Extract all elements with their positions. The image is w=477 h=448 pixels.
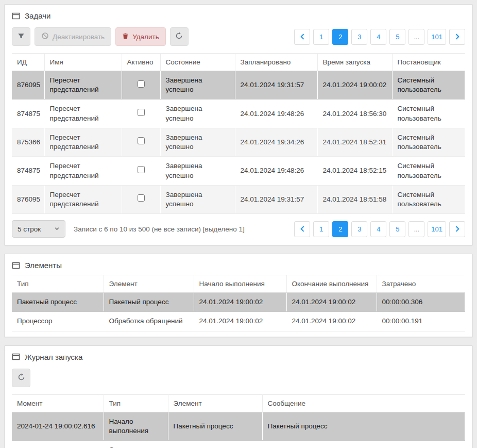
tasks-toolbar: Деактивировать Удалить 1 2 3 4 5 .	[5, 25, 472, 53]
cell-start: 24.01.2024 18:52:15	[317, 157, 392, 185]
cell-id: 876095	[12, 71, 44, 99]
cell-element: Пакетный процесс	[168, 412, 262, 440]
chevron-down-icon	[54, 225, 60, 233]
cell-moment: 2024-01-24 19:00:02.616	[12, 412, 104, 440]
prev-page-button[interactable]	[294, 221, 310, 237]
cell-exec-end: 24.01.2024 19:00:02	[286, 312, 377, 331]
column-header-name: Имя	[44, 54, 122, 71]
page-size-value: 5 строк	[18, 225, 41, 233]
cell-start: 24.01.2024 18:51:58	[317, 185, 392, 213]
table-row[interactable]: 2024-01-24 19:00:02.922 Окончание выполн…	[12, 441, 465, 448]
table-row[interactable]: 876095 Пересчет представлений Завершена …	[12, 185, 465, 213]
active-checkbox[interactable]	[138, 109, 145, 116]
cell-elapsed: 00:00:00.191	[377, 312, 465, 331]
tasks-panel-header: Задачи	[5, 5, 472, 25]
cell-scheduled: 24.01.2024 19:31:57	[235, 71, 317, 99]
cell-element: Пакетный процесс	[168, 441, 262, 448]
active-checkbox[interactable]	[138, 137, 145, 144]
cell-scheduled: 24.01.2024 19:31:57	[235, 185, 317, 213]
active-checkbox[interactable]	[138, 80, 145, 88]
panel-title: Задачи	[25, 11, 50, 20]
table-row[interactable]: Пакетный процесс Пакетный процесс 24.01.…	[12, 293, 465, 312]
page-button-101[interactable]: 101	[428, 29, 446, 45]
delete-button[interactable]: Удалить	[115, 27, 166, 46]
column-header-start: Время запуска	[317, 54, 392, 71]
page-button-101[interactable]: 101	[428, 221, 446, 237]
cell-scheduled: 24.01.2024 19:34:26	[235, 128, 317, 156]
page-button-3[interactable]: 3	[351, 29, 367, 45]
log-header-row: Момент Тип Элемент Сообщение	[12, 394, 465, 412]
tasks-footer: 5 строк Записи с 6 по 10 из 500 (не все …	[5, 214, 472, 240]
cell-element: Пакетный процесс	[104, 293, 194, 312]
page-button-5[interactable]: 5	[389, 221, 405, 237]
page-button-4[interactable]: 4	[370, 29, 386, 45]
table-row[interactable]: Процессор Обработка обращений 24.01.2024…	[12, 312, 465, 331]
page-button-1[interactable]: 1	[313, 221, 329, 237]
column-header-type: Тип	[12, 275, 104, 293]
cell-id: 876095	[12, 185, 44, 213]
page-button-1[interactable]: 1	[313, 29, 329, 45]
window-icon	[12, 12, 20, 20]
cell-element: Обработка обращений	[104, 312, 194, 331]
column-header-element: Элемент	[104, 275, 194, 293]
cell-owner: Системный пользователь	[392, 157, 465, 185]
ban-icon	[41, 32, 49, 41]
deactivate-label: Деактивировать	[53, 33, 105, 41]
next-page-button[interactable]	[449, 221, 465, 237]
cell-type: Начало выполнения	[104, 412, 168, 440]
cell-start: 24.01.2024 19:00:02	[317, 71, 392, 99]
active-checkbox[interactable]	[138, 194, 145, 202]
table-row[interactable]: 874875 Пересчет представлений Завершена …	[12, 157, 465, 185]
panel-title: Журнал запуска	[25, 353, 82, 361]
tasks-panel: Задачи Деактивировать Удалить	[4, 4, 473, 245]
cell-id: 874875	[12, 99, 44, 128]
filter-button[interactable]	[12, 27, 30, 46]
window-icon	[12, 353, 20, 361]
log-panel-header: Журнал запуска	[5, 346, 472, 367]
refresh-button[interactable]	[170, 27, 189, 46]
cell-type: Процессор	[12, 312, 104, 331]
cell-id: 875366	[12, 128, 44, 156]
log-toolbar	[5, 367, 472, 394]
column-header-message: Сообщение	[262, 394, 465, 412]
column-header-active: Активно	[122, 54, 160, 71]
cell-owner: Системный пользователь	[392, 128, 465, 156]
pagination-bottom: 1 2 3 4 5 ... 101	[294, 221, 465, 237]
cell-start: 24.01.2024 18:56:30	[317, 99, 392, 128]
table-row[interactable]: 876095 Пересчет представлений Завершена …	[12, 71, 465, 99]
table-row[interactable]: 875366 Пересчет представлений Завершена …	[12, 128, 465, 156]
refresh-icon	[175, 32, 183, 41]
table-row[interactable]: 2024-01-24 19:00:02.616 Начало выполнени…	[12, 412, 465, 440]
active-checkbox[interactable]	[138, 166, 145, 173]
prev-page-button[interactable]	[294, 29, 310, 45]
refresh-icon	[18, 373, 25, 383]
column-header-exec-end: Окончание выполнения	[286, 275, 377, 293]
cell-exec-start: 24.01.2024 19:00:02	[194, 312, 286, 331]
refresh-button[interactable]	[12, 369, 30, 387]
page-button-4[interactable]: 4	[370, 221, 386, 237]
elements-table: Тип Элемент Начало выполнения Окончание …	[12, 275, 465, 331]
table-row[interactable]: 874875 Пересчет представлений Завершена …	[12, 99, 465, 128]
tasks-header-row: ИД Имя Активно Состояние Запланировано В…	[12, 54, 465, 71]
page-size-select[interactable]: 5 строк	[12, 220, 65, 238]
tasks-table: ИД Имя Активно Состояние Запланировано В…	[12, 53, 465, 214]
cell-name: Пересчет представлений	[44, 185, 122, 213]
pagination-top: 1 2 3 4 5 ... 101	[294, 29, 465, 45]
cell-name: Пересчет представлений	[44, 128, 122, 156]
page-button-5[interactable]: 5	[389, 29, 405, 45]
page-button-2-active[interactable]: 2	[332, 29, 348, 45]
column-header-owner: Постановщик	[392, 54, 465, 71]
cell-scheduled: 24.01.2024 19:48:26	[235, 157, 317, 185]
page-button-3[interactable]: 3	[351, 221, 367, 237]
cell-message: Пакетный процесс	[262, 412, 465, 440]
column-header-moment: Момент	[12, 394, 104, 412]
page-button-2-active[interactable]: 2	[332, 221, 348, 237]
cell-name: Пересчет представлений	[44, 71, 122, 99]
cell-moment: 2024-01-24 19:00:02.922	[12, 441, 104, 448]
cell-message: Пакетный процесс	[262, 441, 465, 448]
column-header-exec-start: Начало выполнения	[194, 275, 286, 293]
deactivate-button[interactable]: Деактивировать	[35, 27, 111, 46]
next-page-button[interactable]	[449, 29, 465, 45]
page: Задачи Деактивировать Удалить	[0, 0, 477, 448]
panel-title: Элементы	[25, 261, 62, 270]
